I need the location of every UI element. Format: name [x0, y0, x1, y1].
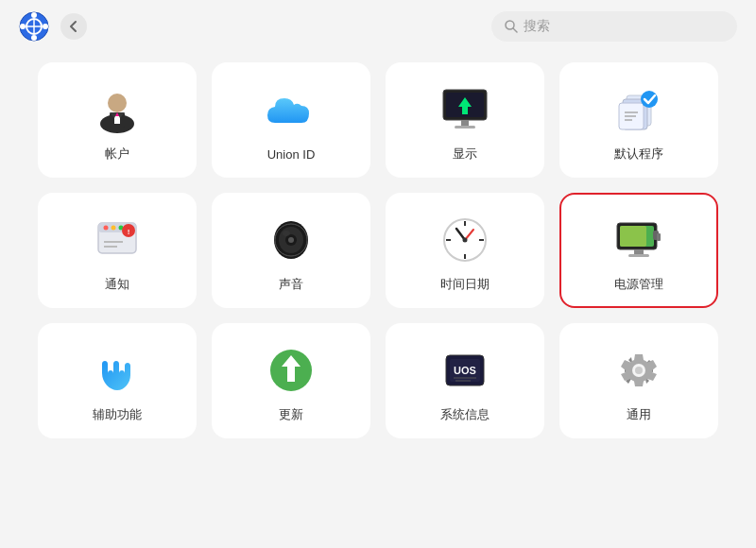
grid-item-accessibility[interactable]: 辅助功能 — [38, 323, 197, 438]
grid-item-account[interactable]: 帐户 — [38, 62, 197, 178]
grid-item-power[interactable]: 电源管理 — [559, 193, 718, 308]
svg-point-4 — [20, 24, 26, 29]
update-label: 更新 — [279, 406, 303, 423]
datetime-label: 时间日期 — [440, 276, 490, 293]
defaultapp-label: 默认程序 — [614, 146, 663, 163]
grid-item-sysinfo[interactable]: UOS 系统信息 — [386, 323, 544, 438]
svg-point-30 — [104, 226, 109, 231]
grid-item-general[interactable]: 通用 — [559, 323, 718, 438]
display-label: 显示 — [453, 146, 477, 163]
svg-point-41 — [283, 231, 290, 236]
grid-item-notification[interactable]: ! 通知 — [38, 193, 197, 308]
header: 搜索 — [0, 0, 756, 53]
svg-rect-56 — [628, 254, 649, 257]
power-icon — [612, 214, 665, 266]
svg-text:!: ! — [128, 228, 130, 236]
svg-point-3 — [31, 35, 37, 41]
svg-point-31 — [112, 226, 116, 231]
update-icon — [265, 344, 318, 397]
display-icon — [438, 83, 491, 136]
notification-label: 通知 — [105, 276, 129, 293]
svg-rect-19 — [461, 120, 469, 126]
sysinfo-icon: UOS — [438, 344, 491, 397]
notification-icon: ! — [91, 214, 144, 266]
search-bar[interactable]: 搜索 — [491, 11, 737, 42]
account-icon — [91, 83, 144, 136]
svg-rect-20 — [455, 126, 475, 128]
sysinfo-label: 系统信息 — [440, 406, 490, 423]
svg-point-24 — [641, 91, 658, 108]
search-placeholder: 搜索 — [524, 18, 550, 35]
svg-point-50 — [463, 238, 468, 243]
back-button[interactable] — [60, 13, 87, 40]
accessibility-label: 辅助功能 — [93, 406, 142, 423]
grid-item-datetime[interactable]: 时间日期 — [386, 193, 544, 308]
logo — [19, 11, 49, 42]
defaultapp-icon — [612, 83, 665, 136]
svg-rect-57 — [657, 233, 661, 241]
svg-line-7 — [513, 28, 517, 32]
svg-point-13 — [108, 94, 127, 112]
accessibility-icon — [91, 344, 144, 397]
svg-point-40 — [288, 237, 294, 243]
svg-rect-54 — [620, 226, 646, 247]
sound-icon — [265, 214, 318, 266]
svg-rect-55 — [634, 249, 644, 254]
svg-text:UOS: UOS — [454, 365, 476, 376]
general-label: 通用 — [627, 406, 651, 423]
settings-grid: 帐户 Union ID — [0, 53, 756, 457]
grid-item-display[interactable]: 显示 — [386, 62, 544, 178]
unionid-label: Union ID — [267, 147, 316, 162]
svg-point-5 — [43, 24, 48, 29]
unionid-icon — [265, 85, 318, 138]
grid-item-sound[interactable]: 声音 — [212, 193, 370, 308]
datetime-icon — [438, 214, 491, 266]
sound-label: 声音 — [279, 276, 303, 293]
svg-point-68 — [635, 367, 643, 374]
grid-item-update[interactable]: 更新 — [212, 323, 370, 438]
grid-item-unionid[interactable]: Union ID — [212, 62, 370, 178]
grid-item-defaultapp[interactable]: 默认程序 — [559, 62, 718, 178]
search-icon — [505, 20, 518, 33]
svg-point-2 — [31, 12, 37, 18]
power-label: 电源管理 — [614, 276, 663, 293]
account-label: 帐户 — [105, 146, 129, 163]
general-icon — [612, 344, 665, 397]
